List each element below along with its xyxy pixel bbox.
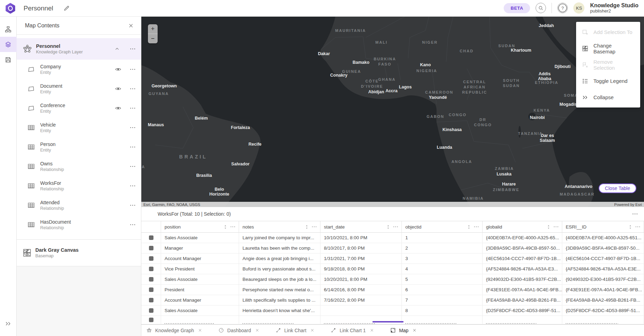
collapse-group-icon[interactable]: [114, 46, 120, 52]
visibility-eye-icon[interactable]: [115, 85, 122, 92]
layer-item-hasdocument[interactable]: HasDocumentRelationship: [17, 215, 141, 234]
knowledge-studio-app: Personnel BETA ? KS Knowledge Studio pub…: [0, 0, 644, 336]
table-row[interactable]: Sales AssociateHenrietta doesn't know wh…: [141, 305, 644, 316]
layer-item-vehicle[interactable]: VehicleEntity: [17, 118, 141, 137]
double-chevron-right-icon: [582, 94, 589, 101]
clipped-text: [242, 323, 294, 324]
layer-options-icon[interactable]: [129, 163, 136, 170]
row-checkbox[interactable]: [149, 256, 153, 261]
sort-icon[interactable]: [385, 224, 391, 230]
cell-esri_id: {9249032D-E300-41B5-937F-C2B...: [562, 274, 644, 284]
table-row[interactable]: Sales AssociateBeauregard sleeps on the …: [141, 274, 644, 285]
layer-item-person[interactable]: PersonEntity: [17, 137, 141, 157]
tab-dashboard[interactable]: Dashboard: [218, 327, 259, 333]
layer-options-icon[interactable]: [129, 221, 136, 228]
map-context-menu: Add Selection ToChange BasemapRemove Sel…: [576, 22, 640, 107]
basemap-item[interactable]: Dark Gray Canvas Basemap: [17, 243, 141, 262]
menu-item-collapse[interactable]: Collapse: [576, 89, 640, 105]
layer-name: Conference: [40, 103, 115, 108]
layer-item-worksfor[interactable]: WorksForRelationship: [17, 176, 141, 196]
row-checkbox[interactable]: [149, 235, 153, 240]
tab-link-chart[interactable]: Link Chart: [275, 327, 315, 333]
app-name: Knowledge Studio: [590, 2, 638, 9]
layer-options-icon[interactable]: [129, 85, 136, 92]
user-name: publisher2: [590, 9, 638, 14]
column-options-icon[interactable]: [392, 224, 399, 230]
sort-icon[interactable]: [466, 224, 472, 230]
cell-position: Account Manager: [161, 295, 239, 305]
sort-icon[interactable]: [222, 224, 228, 230]
row-checkbox[interactable]: [149, 287, 153, 292]
close-tab-icon[interactable]: [370, 328, 374, 333]
column-options-icon[interactable]: [311, 224, 317, 230]
visibility-eye-icon[interactable]: [115, 105, 122, 112]
cell-position: Account Manager: [161, 253, 239, 264]
column-options-icon[interactable]: [553, 224, 559, 230]
table-options-icon[interactable]: [632, 210, 638, 217]
horizontal-scrollbar-thumb[interactable]: [372, 321, 404, 322]
layer-options-icon[interactable]: [129, 144, 136, 150]
table-row[interactable]: Sales AssociateLarry joined the company …: [141, 233, 644, 243]
cell-start_date: 1/31/2021, 7:00 PM: [320, 253, 402, 264]
visibility-eye-icon[interactable]: [115, 66, 122, 73]
sidebar-item-data-model[interactable]: [0, 21, 17, 37]
app-logo-icon[interactable]: [5, 3, 16, 14]
close-tab-icon[interactable]: [255, 328, 259, 333]
row-checkbox[interactable]: [149, 246, 153, 250]
layer-options-icon[interactable]: [129, 105, 136, 112]
close-tab-icon[interactable]: [412, 328, 417, 333]
column-options-icon[interactable]: [635, 224, 641, 230]
table-row[interactable]: Account ManagerLilith specifically sells…: [141, 295, 644, 305]
row-checkbox[interactable]: [149, 277, 153, 282]
menu-item-change-basemap[interactable]: Change Basemap: [576, 40, 640, 57]
layer-item-company[interactable]: CompanyEntity: [17, 60, 141, 79]
sort-icon[interactable]: [546, 224, 552, 230]
layer-options-icon[interactable]: [129, 124, 136, 131]
tab-knowledge-graph[interactable]: Knowledge Graph: [146, 327, 202, 333]
map-view[interactable]: JeddahKhartoumDakarBamakoKanoDjiboutiCon…: [141, 17, 644, 207]
row-checkbox[interactable]: [149, 318, 153, 322]
column-options-icon[interactable]: [473, 224, 479, 230]
row-checkbox[interactable]: [149, 267, 153, 271]
layer-text: WorksForRelationship: [40, 180, 115, 191]
tab-link-chart-1[interactable]: Link Chart 1: [330, 327, 374, 333]
table-row[interactable]: ManagerLauretta has been with the comp..…: [141, 243, 644, 253]
column-options-icon[interactable]: [230, 224, 236, 230]
row-checkbox[interactable]: [149, 308, 153, 313]
expand-panel-button[interactable]: [0, 316, 17, 331]
edit-title-icon[interactable]: [63, 5, 70, 12]
close-tab-icon[interactable]: [198, 328, 202, 333]
layer-item-attended[interactable]: AttendedRelationship: [17, 196, 141, 215]
close-tab-icon[interactable]: [310, 328, 315, 333]
search-icon[interactable]: [536, 3, 546, 13]
sidebar-item-layers[interactable]: [0, 37, 17, 52]
group-options-icon[interactable]: [129, 45, 136, 52]
layer-item-conference[interactable]: ConferenceEntity: [17, 98, 141, 118]
table-row[interactable]: [141, 316, 644, 324]
table-row[interactable]: PresidentPersephone started new metal o.…: [141, 285, 644, 295]
sort-icon[interactable]: [627, 224, 633, 230]
table-row[interactable]: Vice PresidentBuford is very passionate …: [141, 264, 644, 274]
layer-type: Relationship: [40, 206, 115, 211]
layer-group-personnel[interactable]: Personnel Knowledge Graph Layer: [17, 38, 141, 60]
layer-options-icon[interactable]: [129, 202, 136, 209]
sidebar-item-save[interactable]: [0, 52, 17, 67]
row-checkbox[interactable]: [149, 298, 153, 302]
tab-map[interactable]: Map: [390, 327, 417, 333]
layer-name: Person: [40, 141, 115, 147]
close-table-button[interactable]: Close Table: [599, 183, 636, 193]
zoom-out-button[interactable]: −: [148, 34, 158, 43]
top-bar: Personnel BETA ? KS Knowledge Studio pub…: [0, 0, 644, 17]
layer-item-owns[interactable]: OwnsRelationship: [17, 157, 141, 176]
layer-item-document[interactable]: DocumentEntity: [17, 79, 141, 98]
table-row[interactable]: Account ManagerAngie does a great job br…: [141, 253, 644, 264]
zoom-in-button[interactable]: +: [148, 24, 158, 34]
close-panel-icon[interactable]: [128, 23, 134, 29]
sort-icon[interactable]: [304, 224, 310, 230]
layer-options-icon[interactable]: [129, 182, 136, 189]
help-icon[interactable]: ?: [557, 3, 568, 13]
menu-item-toggle-legend[interactable]: Toggle Legend: [576, 73, 640, 89]
cell-globalid: {40DE0B7A-EF0E-4000-A325-65...: [483, 233, 562, 243]
avatar[interactable]: KS: [573, 2, 584, 14]
layer-options-icon[interactable]: [129, 66, 136, 73]
